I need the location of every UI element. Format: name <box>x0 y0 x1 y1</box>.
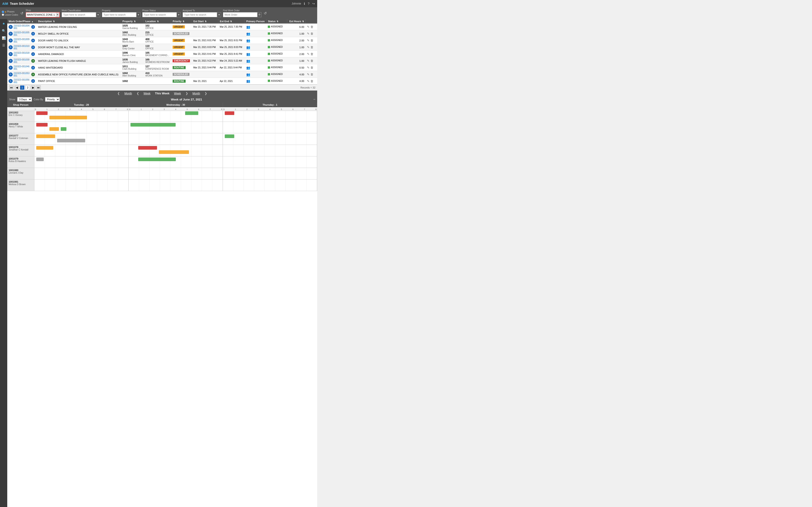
cal-bar[interactable] <box>49 127 59 131</box>
th-status[interactable]: Status ⇅ <box>266 19 287 23</box>
row-expand-btn[interactable]: ↻ <box>9 59 13 63</box>
edit-icon[interactable]: ✎ <box>307 39 309 42</box>
row-expand-btn[interactable]: ↻ <box>9 25 13 29</box>
assigned-to-input[interactable] <box>183 12 217 17</box>
nav-right-week-label[interactable]: Week <box>174 92 181 95</box>
row-expand-btn[interactable]: ↻ <box>9 39 13 43</box>
page-next-btn[interactable]: ▶ <box>31 85 35 90</box>
cal-bar[interactable] <box>225 134 234 138</box>
edit-icon[interactable]: ✎ <box>307 59 309 62</box>
find-wo-btn[interactable]: ⚙ <box>257 12 261 17</box>
wo-link[interactable]: 210323-001005 <box>14 31 30 34</box>
wo-link[interactable]: 210323-001056 <box>14 78 30 81</box>
nav-left-month-label[interactable]: Month <box>124 92 132 95</box>
edit-icon[interactable]: ✎ <box>307 46 309 49</box>
work-classification-dropdown-btn[interactable]: ▼ <box>96 12 100 17</box>
wo-link[interactable]: 210323-001009 <box>14 38 30 41</box>
row-expand-btn[interactable]: ↻ <box>9 72 13 76</box>
cal-bar[interactable] <box>36 111 48 115</box>
refresh-button[interactable]: ↺ <box>20 11 24 16</box>
cal-bar[interactable] <box>138 158 176 161</box>
delete-icon[interactable]: 🗑 <box>310 59 313 62</box>
page-prev-btn[interactable]: ◀ <box>14 85 19 90</box>
work-classification-input[interactable] <box>62 12 96 17</box>
delete-icon[interactable]: 🗑 <box>310 79 313 83</box>
th-priority[interactable]: Priority ⇅ <box>171 19 192 23</box>
find-wo-input[interactable] <box>223 12 257 17</box>
row-expand-btn[interactable]: ↻ <box>9 32 13 36</box>
th-wo-phase[interactable]: Work Order/Phase ▲ <box>7 19 37 23</box>
phase-link[interactable]: 001 <box>14 27 30 30</box>
property-input[interactable] <box>102 12 136 17</box>
wo-link[interactable]: 210323-001010 <box>14 45 30 47</box>
th-description[interactable]: Description ⇅ <box>37 19 121 23</box>
page-last-btn[interactable]: ⏭ <box>36 85 41 90</box>
logout-icon[interactable]: ↪ <box>312 2 315 5</box>
phase-status-input[interactable] <box>142 12 177 17</box>
cal-bar[interactable] <box>36 146 53 150</box>
edit-icon[interactable]: ✎ <box>307 79 309 83</box>
row-expand-btn[interactable]: ↻ <box>9 66 13 70</box>
phase-link[interactable]: 001 <box>14 74 30 77</box>
info-icon[interactable]: ℹ <box>304 2 305 5</box>
row-expand-btn[interactable]: ↻ <box>9 45 13 49</box>
cal-bar[interactable] <box>225 111 234 115</box>
minimize-button[interactable]: − <box>313 97 315 101</box>
cal-bar[interactable] <box>36 158 44 161</box>
phases-radio-item[interactable]: ● Phases <box>2 10 18 13</box>
sidebar-search-icon[interactable]: 🔍 <box>1 28 7 34</box>
page-first-btn[interactable]: ⏮ <box>9 85 14 90</box>
sidebar-star-icon[interactable]: ★ <box>1 21 6 26</box>
edit-icon[interactable]: ✎ <box>307 73 309 76</box>
property-dropdown-btn[interactable]: ▼ <box>136 12 141 17</box>
cal-bar[interactable] <box>138 146 157 150</box>
shop-dropdown[interactable]: MAINTENANCE ZONE 1MAINTENANCE ZONE 2 ▼ <box>26 12 60 17</box>
phase-link[interactable]: 001 <box>14 81 30 83</box>
nav-left-month[interactable]: ❮ <box>117 92 120 95</box>
th-est-hours[interactable]: Est Hours ⇅ <box>287 19 306 23</box>
phase-link[interactable]: 001 <box>14 47 30 50</box>
th-est-end[interactable]: Est End ⇅ <box>218 19 245 23</box>
delete-icon[interactable]: 🗑 <box>310 32 313 35</box>
table-scroll[interactable]: Work Order/Phase ▲ Description ⇅ Propert… <box>7 19 317 84</box>
delete-icon[interactable]: 🗑 <box>310 52 313 56</box>
delete-icon[interactable]: 🗑 <box>310 46 313 49</box>
assigned-to-dropdown-btn[interactable]: ▼ <box>217 12 221 17</box>
help-icon[interactable]: ? <box>308 2 309 5</box>
phases-radio[interactable] <box>2 11 4 13</box>
th-location[interactable]: Location ⇅ <box>144 19 171 23</box>
wo-link[interactable]: 210323-001018 <box>14 52 30 54</box>
nav-right-month[interactable]: ❯ <box>205 92 207 95</box>
leave-codes-radio-item[interactable]: Leave Codes <box>2 13 18 16</box>
cal-bar[interactable] <box>61 127 66 131</box>
edit-icon[interactable]: ✎ <box>307 52 309 56</box>
edit-icon[interactable]: ✎ <box>307 32 309 35</box>
leave-codes-radio[interactable] <box>2 13 4 16</box>
delete-icon[interactable]: 🗑 <box>310 73 313 76</box>
cal-bar[interactable] <box>36 134 55 138</box>
delete-icon[interactable]: 🗑 <box>310 39 313 42</box>
calendar-grid[interactable]: Shop Person Tuesday - 29 Wednesday - 30 … <box>7 103 317 507</box>
shop-select[interactable]: MAINTENANCE ZONE 1MAINTENANCE ZONE 2 <box>26 12 60 17</box>
wo-link[interactable]: 210323-001053 <box>14 72 30 74</box>
nav-left-week-label[interactable]: Week <box>144 92 150 95</box>
phase-status-dropdown-btn[interactable]: ▼ <box>177 12 181 17</box>
delete-icon[interactable]: 🗑 <box>310 66 313 69</box>
show-select[interactable]: 1 Day3 Days5 DaysWeek <box>17 97 32 102</box>
cal-bar[interactable] <box>36 123 48 126</box>
nav-this-week[interactable]: This Week <box>155 92 169 95</box>
wo-link[interactable]: 210323-001046 <box>14 65 30 68</box>
phase-link[interactable]: 001 <box>14 54 30 57</box>
page-2[interactable]: 2 <box>26 85 30 90</box>
cal-bar[interactable] <box>185 111 198 115</box>
nav-right-month-label[interactable]: Month <box>193 92 200 95</box>
sidebar-chart-icon[interactable]: 📊 <box>1 35 7 41</box>
cal-bar[interactable] <box>57 139 86 143</box>
phase-link[interactable]: 001 <box>14 41 30 43</box>
cal-bar[interactable] <box>159 150 189 154</box>
wo-link[interactable]: 210323-001004 <box>14 24 30 27</box>
cal-bar[interactable] <box>49 116 87 119</box>
th-primary-person[interactable]: Primary Person <box>245 19 267 23</box>
nav-left-month-arrow[interactable]: ❮ <box>137 92 139 95</box>
edit-icon[interactable]: ✎ <box>307 25 309 29</box>
